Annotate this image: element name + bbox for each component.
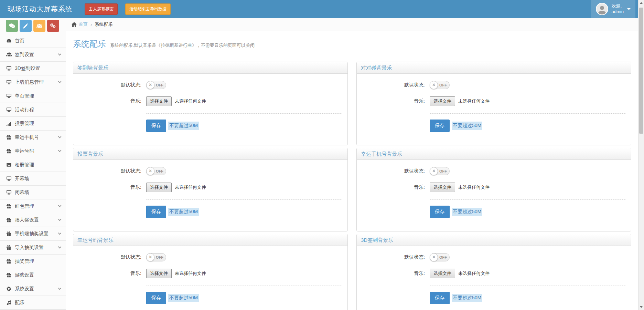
breadcrumb-current: 系统配乐 (95, 21, 113, 28)
music-icon (6, 300, 15, 305)
save-button[interactable]: 保存 (146, 292, 166, 304)
chevron-down-icon (58, 287, 62, 290)
sidebar-item-gift-16[interactable]: 抽奖管理 (0, 255, 66, 268)
sidebar-item-desktop-3[interactable]: 上墙消息管理 (0, 75, 66, 89)
size-note: 不要超过50M (452, 208, 482, 216)
choose-file-button[interactable]: 选择文件 (430, 269, 455, 278)
sidebar-item-gift-7[interactable]: 幸运手机号 (0, 131, 66, 144)
sidebar-item-label: 闭幕墙 (15, 189, 29, 196)
form-divider (430, 286, 625, 286)
save-button[interactable]: 保存 (146, 206, 166, 218)
caret-down-icon (627, 8, 631, 10)
sidebar-item-label: 首页 (15, 38, 24, 44)
breadcrumb-home-link[interactable]: 首页 (72, 21, 88, 28)
gears-icon (50, 23, 56, 29)
sidebar-item-desktop-4[interactable]: 单页管理 (0, 89, 66, 103)
pencil-quick-button[interactable] (20, 20, 32, 32)
sidebar-item-gift-8[interactable]: 幸运号码 (0, 144, 66, 158)
gears-quick-button[interactable] (47, 20, 59, 32)
sidebar-item-label: 活动行程 (15, 107, 34, 113)
form-divider (430, 199, 625, 200)
status-toggle-off[interactable]: × OFF (146, 167, 166, 175)
gift-icon (6, 217, 15, 223)
desktop-icon (6, 66, 15, 71)
sidebar-item-gift-17[interactable]: 游戏设置 (0, 268, 66, 282)
gift-icon (6, 204, 15, 209)
sidebar-item-gift-12[interactable]: 红包管理 (0, 199, 66, 213)
music-panel: 对对碰背景乐 默认状态: × OFF 音乐: 选择文件 未选择任何文件 保存 不… (356, 62, 631, 145)
top-navbar: 现场活动大屏幕系统 去大屏幕界面 活动结束去导出数据 欢迎, admin (0, 0, 638, 18)
sidebar-item-desktop-11[interactable]: 闭幕墙 (0, 186, 66, 199)
users-icon (6, 52, 15, 57)
sidebar-item-desktop-2[interactable]: 3D签到设置 (0, 62, 66, 75)
scroll-up-arrow[interactable] (638, 0, 644, 6)
desktop-icon (6, 190, 15, 195)
size-note: 不要超过50M (452, 294, 482, 302)
scroll-down-arrow[interactable] (638, 304, 644, 310)
sidebar-item-image-9[interactable]: 相册管理 (0, 158, 66, 172)
status-toggle-off[interactable]: × OFF (146, 81, 166, 89)
users-quick-button[interactable] (33, 20, 45, 32)
breadcrumb-separator: › (90, 22, 92, 27)
panel-title: 3D签到背景乐 (357, 234, 631, 246)
save-button[interactable]: 保存 (430, 120, 450, 132)
gift-icon (6, 148, 15, 154)
comments-quick-button[interactable] (6, 20, 18, 32)
default-status-label: 默认状态: (79, 168, 141, 174)
sidebar-item-desktop-5[interactable]: 活动行程 (0, 103, 66, 117)
panel-title: 幸运手机号背景乐 (357, 148, 631, 160)
sidebar-item-label: 红包管理 (15, 203, 34, 209)
choose-file-button[interactable]: 选择文件 (146, 183, 172, 192)
status-toggle-off[interactable]: × OFF (146, 253, 166, 261)
sidebar-item-dashboard-0[interactable]: 首页 (0, 34, 66, 48)
avatar (596, 3, 608, 15)
home-icon (72, 22, 77, 27)
sidebar-item-music-19[interactable]: 配乐 (0, 296, 66, 310)
status-toggle-off[interactable]: × OFF (430, 167, 450, 175)
sidebar-item-users-1[interactable]: 签到设置 (0, 48, 66, 62)
save-button[interactable]: 保存 (430, 292, 450, 304)
music-panel: 签到墙背景乐 默认状态: × OFF 音乐: 选择文件 未选择任何文件 保存 不… (73, 62, 348, 145)
app-title: 现场活动大屏幕系统 (8, 4, 73, 14)
choose-file-button[interactable]: 选择文件 (430, 96, 455, 106)
sidebar-item-gear-18[interactable]: 系统设置 (0, 282, 66, 296)
sidebar-item-desktop-10[interactable]: 开幕墙 (0, 172, 66, 186)
size-note: 不要超过50M (168, 208, 199, 216)
panel-title: 对对碰背景乐 (357, 62, 631, 74)
chevron-down-icon (58, 149, 62, 152)
sidebar-item-label: 摇大奖设置 (15, 217, 39, 223)
music-label: 音乐: (79, 270, 141, 277)
status-toggle-off[interactable]: × OFF (430, 81, 450, 89)
save-button[interactable]: 保存 (146, 120, 166, 132)
sidebar-item-gift-15[interactable]: 导入抽奖设置 (0, 241, 66, 255)
sidebar-item-label: 投票管理 (15, 121, 34, 127)
choose-file-button[interactable]: 选择文件 (430, 183, 455, 192)
default-status-label: 默认状态: (79, 254, 141, 260)
sidebar-item-chart-6[interactable]: 投票管理 (0, 117, 66, 131)
export-data-button[interactable]: 活动结束去导出数据 (125, 3, 171, 15)
page-header: 系统配乐 系统的配乐.默认音乐是《拉德斯基进行曲》，不需要音乐的页面可以关闭 (73, 39, 631, 54)
music-label: 音乐: (362, 98, 425, 104)
vertical-scrollbar[interactable] (638, 0, 644, 310)
sidebar-item-gift-14[interactable]: 手机端抽奖设置 (0, 227, 66, 241)
desktop-icon (6, 93, 15, 99)
gift-icon (6, 245, 15, 250)
choose-file-button[interactable]: 选择文件 (146, 269, 172, 278)
scrollbar-thumb[interactable] (639, 8, 643, 134)
user-menu[interactable]: 欢迎, admin (591, 0, 635, 18)
music-label: 音乐: (362, 270, 425, 277)
status-toggle-off[interactable]: × OFF (430, 253, 450, 261)
save-button[interactable]: 保存 (430, 206, 450, 218)
desktop-icon (6, 176, 15, 181)
sidebar-menu: 首页签到设置3D签到设置上墙消息管理单页管理活动行程投票管理幸运手机号幸运号码相… (0, 34, 66, 310)
sidebar-item-gift-13[interactable]: 摇大奖设置 (0, 213, 66, 227)
choose-file-button[interactable]: 选择文件 (146, 96, 172, 106)
sidebar-item-label: 导入抽奖设置 (15, 245, 44, 251)
toggle-x-icon: × (146, 253, 154, 261)
go-bigscreen-button[interactable]: 去大屏幕界面 (85, 3, 118, 15)
panel-title: 签到墙背景乐 (73, 62, 347, 74)
users-icon (36, 23, 42, 29)
size-note: 不要超过50M (452, 122, 482, 130)
breadcrumb: 首页 › 系统配乐 (66, 18, 638, 31)
toggle-x-icon: × (430, 253, 438, 261)
